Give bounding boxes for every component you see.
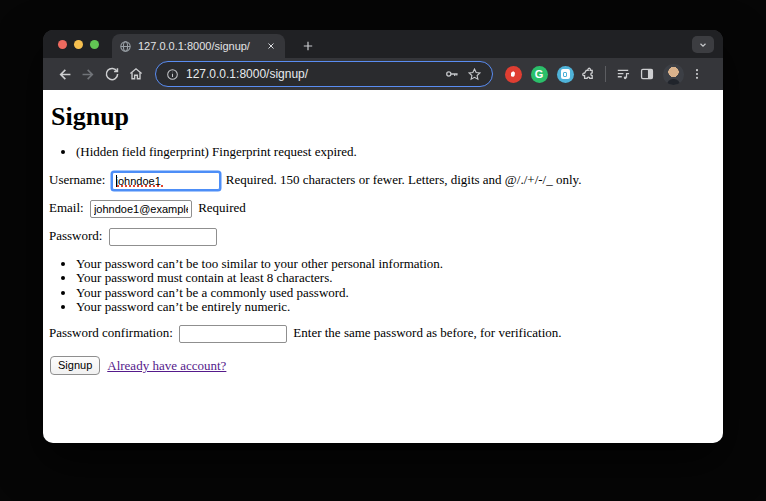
password-confirmation-input[interactable]: [179, 325, 287, 343]
tab-strip: 127.0.0.1:8000/signup/: [43, 30, 723, 58]
url-text[interactable]: 127.0.0.1:8000/signup/: [186, 67, 437, 81]
password-rules-list: Your password can’t be too similar to yo…: [49, 257, 715, 315]
media-controls-icon[interactable]: [611, 62, 635, 86]
home-icon[interactable]: [124, 62, 148, 86]
form-actions: Signup Already have account?: [50, 356, 715, 375]
close-tab-icon[interactable]: [264, 39, 278, 53]
puzzle-icon[interactable]: [578, 62, 600, 86]
star-icon[interactable]: [467, 67, 482, 82]
close-window-button[interactable]: [58, 40, 67, 49]
globe-favicon-icon: [119, 40, 132, 53]
form-error-list: (Hidden field fingerprint) Fingerprint r…: [49, 145, 715, 159]
password-confirmation-row: Password confirmation: Enter the same pa…: [49, 325, 715, 343]
form-error: (Hidden field fingerprint) Fingerprint r…: [76, 145, 715, 159]
username-input[interactable]: [112, 172, 220, 190]
address-bar[interactable]: 127.0.0.1:8000/signup/: [155, 61, 493, 87]
spellcheck-underline: [117, 185, 163, 187]
password-label: Password:: [49, 228, 102, 243]
browser-window: 127.0.0.1:8000/signup/: [43, 30, 723, 443]
toolbar-divider: [605, 66, 606, 82]
key-icon[interactable]: [444, 66, 460, 82]
kebab-menu-icon[interactable]: [688, 62, 706, 86]
username-row: Username: Required. 150 characters or fe…: [49, 172, 715, 190]
side-panel-icon[interactable]: [635, 62, 659, 86]
email-row: Email: Required: [49, 200, 715, 218]
password-confirmation-help-text: Enter the same password as before, for v…: [293, 325, 561, 340]
grammarly-icon[interactable]: G: [531, 66, 548, 83]
email-input[interactable]: [90, 200, 192, 218]
browser-toolbar: 127.0.0.1:8000/signup/ G: [43, 58, 723, 90]
password-rule: Your password can’t be entirely numeric.: [76, 300, 715, 314]
reload-icon[interactable]: [100, 62, 124, 86]
password-rule: Your password can’t be too similar to yo…: [76, 257, 715, 271]
tab-search-button[interactable]: [692, 36, 714, 53]
minimize-window-button[interactable]: [74, 40, 83, 49]
page-title: Signup: [51, 103, 715, 132]
email-help-text: Required: [198, 200, 246, 215]
back-icon[interactable]: [52, 62, 76, 86]
browser-tab[interactable]: 127.0.0.1:8000/signup/: [112, 34, 285, 58]
desktop: { "window": { "controls": ["close", "min…: [0, 0, 766, 501]
tab-title: 127.0.0.1:8000/signup/: [138, 40, 258, 52]
forward-icon[interactable]: [76, 62, 100, 86]
password-row: Password:: [49, 228, 715, 246]
profile-avatar[interactable]: [663, 64, 684, 85]
username-label: Username:: [49, 172, 105, 187]
password-rule: Your password must contain at least 8 ch…: [76, 271, 715, 285]
password-rule: Your password can’t be a commonly used p…: [76, 286, 715, 300]
teal-extension-icon[interactable]: [557, 66, 574, 83]
email-label: Email:: [49, 200, 84, 215]
signup-button[interactable]: Signup: [50, 356, 100, 375]
login-link[interactable]: Already have account?: [107, 358, 226, 374]
password-confirmation-label: Password confirmation:: [49, 325, 173, 340]
info-icon[interactable]: [166, 68, 179, 81]
zoom-window-button[interactable]: [90, 40, 99, 49]
window-controls: [58, 40, 99, 49]
username-help-text: Required. 150 characters or fewer. Lette…: [226, 172, 582, 187]
password-input[interactable]: [109, 228, 217, 246]
new-tab-button[interactable]: [298, 36, 318, 56]
page-content: Signup (Hidden field fingerprint) Finger…: [43, 90, 723, 443]
adblock-hand-icon[interactable]: [505, 66, 522, 83]
